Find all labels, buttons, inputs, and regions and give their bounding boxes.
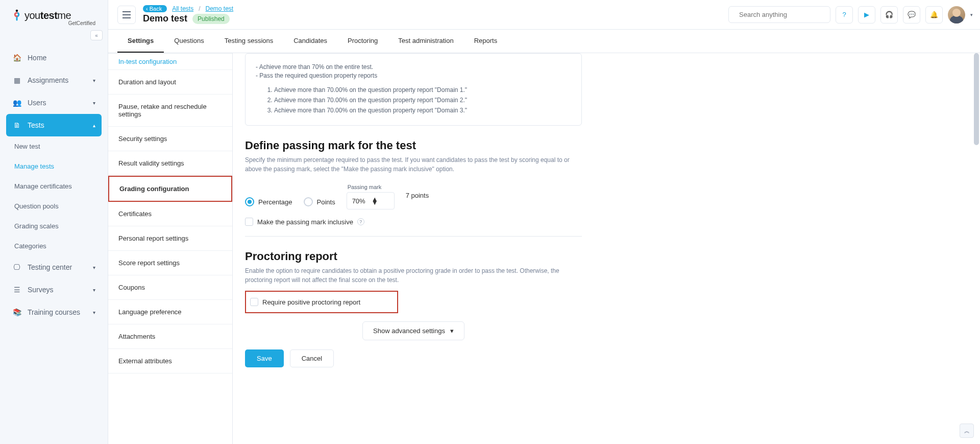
chevron-left-icon: ‹ — [146, 6, 148, 12]
settings-nav: In-test configuration Duration and layou… — [108, 53, 233, 444]
tab-testing-sessions[interactable]: Testing sessions — [214, 30, 283, 53]
settings-nav-certificates[interactable]: Certificates — [108, 202, 232, 226]
monitor-icon: 🖵 — [12, 263, 21, 271]
proctoring-title: Proctoring report — [245, 250, 582, 263]
inclusive-row: Make the passing mark inclusive ? — [245, 218, 582, 226]
settings-nav-in-test-config[interactable]: In-test configuration — [108, 53, 232, 70]
support-button[interactable]: 🎧 — [880, 6, 898, 24]
sidebar-item-assignments[interactable]: ▦Assignments▾ — [6, 69, 102, 91]
chat-button[interactable]: 💬 — [903, 6, 920, 24]
content: In-test configuration Duration and layou… — [108, 53, 980, 444]
breadcrumb-area: ‹Back All tests / Demo test Demo test Pu… — [143, 5, 233, 24]
sidebar-item-training-courses[interactable]: 📚Training courses▾ — [6, 301, 102, 323]
tabs: Settings Questions Testing sessions Cand… — [108, 30, 980, 53]
user-menu-caret[interactable]: ▾ — [970, 12, 973, 17]
show-advanced-label: Show advanced settings — [373, 327, 445, 335]
play-button[interactable]: ▶ — [858, 6, 875, 24]
passing-mark-title: Define passing mark for the test — [245, 139, 582, 152]
settings-nav-language[interactable]: Language preference — [108, 300, 232, 324]
form-area: - Achieve more than 70% on the entire te… — [233, 53, 980, 444]
topbar-actions: ? ▶ 🎧 💬 🔔 ▾ — [728, 6, 973, 24]
save-button[interactable]: Save — [245, 349, 284, 367]
sidebar-sub-manage-certificates[interactable]: Manage certificates — [6, 176, 102, 196]
tab-reports[interactable]: Reports — [464, 30, 508, 53]
settings-nav-grading-config[interactable]: Grading configuration — [108, 176, 232, 202]
sidebar-item-testing-center[interactable]: 🖵Testing center▾ — [6, 256, 102, 278]
show-advanced-button[interactable]: Show advanced settings ▾ — [362, 321, 464, 340]
passing-mark-label: Passing mark — [347, 184, 395, 190]
grid-icon: ▦ — [12, 76, 21, 84]
notifications-button[interactable]: 🔔 — [925, 6, 943, 24]
chat-icon: 💬 — [908, 11, 916, 18]
chevron-down-icon: ▾ — [93, 287, 95, 293]
inclusive-checkbox[interactable] — [245, 218, 253, 226]
book-icon: 📚 — [12, 308, 21, 316]
chevron-up-icon: ▴ — [93, 123, 95, 128]
tab-proctoring[interactable]: Proctoring — [337, 30, 388, 53]
settings-nav-external-attributes[interactable]: External attributes — [108, 349, 232, 373]
settings-nav-result-validity[interactable]: Result validity settings — [108, 151, 232, 176]
divider — [245, 236, 582, 237]
scrollbar[interactable] — [973, 53, 980, 444]
scrollbar-thumb[interactable] — [974, 53, 979, 145]
info-numbered-item: Achieve more than 70.00% on the question… — [274, 107, 571, 114]
info-line: - Achieve more than 70% on the entire te… — [256, 63, 571, 71]
bell-icon: 🔔 — [930, 11, 938, 18]
passing-mark-block: Passing mark 70% ▲ ▼ — [347, 184, 395, 209]
inclusive-label: Make the passing mark inclusive — [257, 218, 353, 226]
chevron-down-icon: ▾ — [93, 78, 95, 83]
back-button[interactable]: ‹Back — [143, 5, 167, 12]
logo-subtitle: GetCertified — [12, 20, 95, 26]
sidebar-sub-new-test[interactable]: New test — [6, 136, 102, 156]
breadcrumb-link-demo-test[interactable]: Demo test — [206, 5, 234, 12]
help-icon[interactable]: ? — [357, 218, 364, 225]
settings-nav-score-report[interactable]: Score report settings — [108, 251, 232, 275]
tab-questions[interactable]: Questions — [164, 30, 214, 53]
breadcrumb-link-all-tests[interactable]: All tests — [172, 5, 193, 12]
cancel-button[interactable]: Cancel — [290, 349, 334, 367]
sidebar-item-label: Home — [28, 54, 46, 62]
stepper[interactable]: ▲ ▼ — [372, 197, 391, 204]
tab-candidates[interactable]: Candidates — [283, 30, 337, 53]
sidebar-item-users[interactable]: 👥Users▾ — [6, 91, 102, 114]
sidebar-item-label: Training courses — [28, 308, 80, 316]
menu-toggle-button[interactable] — [117, 6, 136, 24]
tab-test-administration[interactable]: Test administration — [388, 30, 463, 53]
users-icon: 👥 — [12, 99, 21, 107]
require-proctoring-checkbox[interactable] — [250, 298, 258, 306]
info-numbered-item: Achieve more than 70.00% on the question… — [274, 86, 571, 94]
sidebar-item-surveys[interactable]: ☰Surveys▾ — [6, 278, 102, 301]
passing-mark-desc: Specify the minimum percentage required … — [245, 155, 582, 174]
logo[interactable]: youtestme — [12, 9, 95, 21]
settings-nav-security[interactable]: Security settings — [108, 127, 232, 151]
sidebar-sub-categories[interactable]: Categories — [6, 236, 102, 256]
sidebar-item-tests[interactable]: 🗎Tests▴ — [6, 114, 102, 136]
sidebar-sub-manage-tests[interactable]: Manage tests — [6, 156, 102, 176]
search-box[interactable] — [728, 6, 830, 23]
hamburger-icon — [122, 11, 131, 18]
settings-nav-personal-report[interactable]: Personal report settings — [108, 226, 232, 251]
help-button[interactable]: ? — [836, 6, 853, 24]
sidebar-sub-grading-scales[interactable]: Grading scales — [6, 216, 102, 236]
avatar[interactable] — [948, 6, 965, 24]
proctoring-desc: Enable the option to require candidates … — [245, 266, 582, 285]
headset-icon: 🎧 — [885, 11, 893, 18]
chevron-down-icon: ▾ — [93, 310, 95, 315]
settings-nav-duration-layout[interactable]: Duration and layout — [108, 70, 232, 95]
sidebar-item-home[interactable]: 🏠Home — [6, 46, 102, 69]
scroll-to-top-button[interactable]: ︽ — [960, 424, 974, 438]
sidebar-sub-question-pools[interactable]: Question pools — [6, 196, 102, 216]
stepper-down-icon: ▼ — [372, 201, 391, 204]
radio-label: Points — [317, 198, 335, 206]
settings-nav-coupons[interactable]: Coupons — [108, 275, 232, 300]
search-input[interactable] — [739, 11, 825, 18]
collapse-sidebar-button[interactable]: « — [90, 30, 103, 40]
settings-nav-attachments[interactable]: Attachments — [108, 324, 232, 349]
passing-mark-input[interactable]: 70% ▲ ▼ — [347, 192, 395, 209]
tab-settings[interactable]: Settings — [117, 30, 164, 53]
radio-points[interactable]: Points — [304, 197, 335, 206]
settings-nav-pause-retake[interactable]: Pause, retake and reschedule settings — [108, 95, 232, 127]
radio-percentage[interactable]: Percentage — [245, 197, 292, 206]
chevron-down-icon: ▾ — [93, 265, 95, 270]
page-title: Demo test — [143, 13, 187, 24]
